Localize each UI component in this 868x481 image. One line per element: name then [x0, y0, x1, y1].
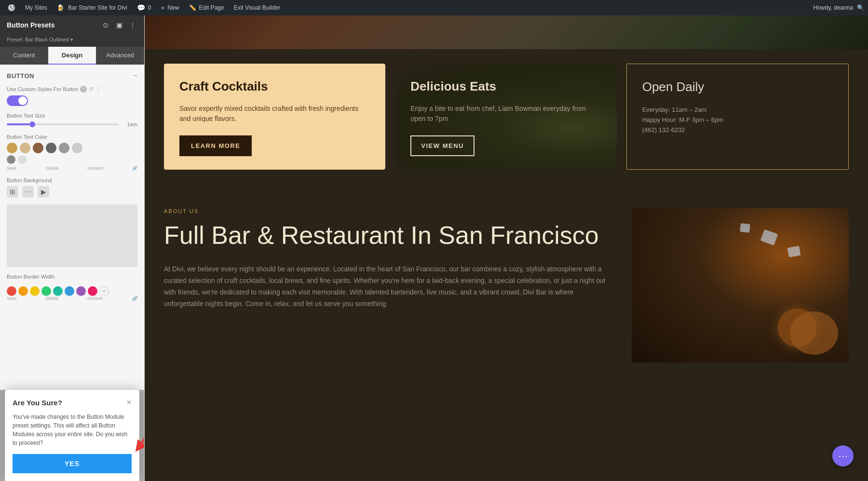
my-sites-item[interactable]: My Sites — [21, 0, 51, 15]
swatch-blue[interactable] — [65, 286, 74, 296]
dialog-box: Are You Sure? × You've made changes to t… — [5, 390, 139, 481]
text-size-value: 1em — [123, 121, 137, 127]
tab-advanced[interactable]: Advanced — [96, 47, 144, 65]
swatch-brown[interactable] — [33, 143, 43, 153]
visibility-icon[interactable]: ⊙ — [101, 20, 110, 30]
global-label: Global — [46, 166, 58, 171]
text-color-labels: Save Global Account 🔗 — [7, 166, 137, 171]
background-icons-row: ⊞ ⋯ ▶ — [7, 186, 137, 198]
tab-content[interactable]: Content — [0, 47, 48, 65]
button-section-header: Button − — [7, 71, 137, 80]
swatch-midgray[interactable] — [7, 155, 15, 164]
text-size-slider-row: 1em — [7, 121, 137, 127]
border-width-label: Button Border Width — [7, 274, 137, 280]
hours-line-1: Everyday: 11am – 2am — [642, 106, 833, 113]
text-size-slider-fill — [7, 123, 29, 125]
edit-page-item[interactable]: ✏️ Edit Page — [185, 0, 228, 15]
fab-button[interactable]: ⋯ — [832, 445, 854, 467]
border-width-field: Button Border Width — [7, 274, 137, 280]
background-field: Button Background ⊞ ⋯ ▶ — [7, 177, 137, 198]
swatch-gold[interactable] — [7, 143, 17, 153]
hours-line-3: (462) 132-6232 — [642, 126, 833, 134]
help-icon[interactable]: ? — [80, 86, 87, 93]
more-icon[interactable]: ⋮ — [128, 20, 137, 30]
admin-bar: My Sites 🍺 Bar Starter Site for Divi 💬 0… — [0, 0, 868, 15]
custom-styles-field: Use Custom Styles For Button ? ↺ ⋮ — [7, 86, 137, 106]
left-panel: Button Presets ⊙ ▣ ⋮ Preset: Bar Black O… — [0, 15, 145, 481]
swatch-save-label: Save — [7, 296, 17, 301]
about-body: At Divi, we believe every night should b… — [164, 264, 612, 309]
text-color-swatches — [7, 143, 137, 153]
swatch-red[interactable] — [7, 286, 16, 296]
learn-more-button[interactable]: LEARN MORE — [179, 135, 252, 156]
swatch-link-icon[interactable]: 🔗 — [132, 296, 137, 301]
top-image-bar — [145, 15, 868, 49]
site-title-item[interactable]: 🍺 Bar Starter Site for Divi — [53, 0, 131, 15]
panel-header: Button Presets ⊙ ▣ ⋮ — [0, 15, 144, 35]
layout-icon[interactable]: ▣ — [114, 20, 124, 30]
reset-icon[interactable]: ↺ — [89, 86, 94, 93]
swatch-gray[interactable] — [59, 143, 69, 153]
new-label: New — [168, 4, 179, 11]
card-eats: Delicious Eats Enjoy a bite to eat from … — [395, 64, 616, 170]
swatch-pink[interactable] — [88, 286, 97, 296]
swatch-verylightgray[interactable] — [18, 155, 27, 164]
swatch-green[interactable] — [41, 286, 51, 296]
admin-bar-right: Howdy, deanna 🔍 — [814, 4, 865, 11]
settings-icon[interactable]: ⋮ — [95, 86, 101, 93]
panel-tabs: Content Design Advanced — [0, 47, 144, 65]
background-label: Button Background — [7, 177, 137, 183]
custom-styles-toggle[interactable] — [7, 95, 28, 106]
dialog-yes-button[interactable]: Yes — [13, 454, 132, 473]
swatch-darkgray[interactable] — [46, 143, 56, 153]
collapse-icon[interactable]: − — [133, 71, 137, 80]
search-icon[interactable]: 🔍 — [857, 4, 864, 11]
swatch-tan[interactable] — [20, 143, 30, 153]
exit-visual-builder-item[interactable]: Exit Visual Builder — [230, 0, 285, 15]
text-color-label: Button Text Color — [7, 134, 137, 140]
about-text: ABOUT US Full Bar & Restaurant In San Fr… — [164, 208, 612, 309]
text-size-slider-handle[interactable] — [29, 121, 35, 127]
swatch-labels-bottom: Save Global Account 🔗 — [7, 296, 137, 301]
save-label: Save — [7, 166, 17, 171]
link-icon[interactable]: 🔗 — [132, 166, 137, 171]
dialog-header: Are You Sure? × — [13, 398, 132, 408]
card-hours: Open Daily Everyday: 11am – 2am Happy Ho… — [626, 64, 849, 170]
gradient-icon[interactable]: ⊞ — [7, 186, 18, 198]
swatch-lightgray[interactable] — [72, 143, 82, 153]
comments-item[interactable]: 💬 0 — [133, 0, 155, 15]
swatch-teal[interactable] — [53, 286, 63, 296]
cards-section: Craft Cocktails Savor expertly mixed coc… — [145, 49, 868, 184]
view-menu-button[interactable]: VIEW MENU — [410, 135, 475, 156]
right-content: Craft Cocktails Savor expertly mixed coc… — [145, 15, 868, 481]
card-eats-title: Delicious Eats — [410, 79, 601, 94]
text-color-field: Button Text Color Save Global — [7, 134, 137, 171]
text-size-field: Button Text Size 1em — [7, 113, 137, 127]
swatch-account-label: Account — [87, 296, 103, 301]
main-layout: Button Presets ⊙ ▣ ⋮ Preset: Bar Black O… — [0, 0, 868, 481]
drink-image — [632, 208, 849, 362]
about-image — [632, 208, 849, 362]
website-preview: Craft Cocktails Savor expertly mixed coc… — [145, 15, 868, 481]
exit-visual-builder-label: Exit Visual Builder — [234, 4, 281, 11]
about-label: ABOUT US — [164, 208, 612, 214]
panel-title: Button Presets — [7, 21, 55, 29]
swatch-purple[interactable] — [76, 286, 86, 296]
wp-logo-item[interactable] — [4, 0, 19, 15]
new-item[interactable]: + New — [157, 0, 183, 15]
swatch-yellow[interactable] — [30, 286, 40, 296]
about-heading: Full Bar & Restaurant In San Francisco — [164, 222, 612, 249]
video-icon[interactable]: ▶ — [38, 186, 49, 198]
swatch-edit[interactable]: ✏ — [99, 286, 109, 296]
pattern-icon[interactable]: ⋯ — [22, 186, 34, 198]
color-swatches-full: ✏ — [7, 286, 137, 296]
text-size-label: Button Text Size — [7, 113, 137, 119]
tab-design[interactable]: Design — [48, 47, 96, 65]
swatch-orange[interactable] — [18, 286, 28, 296]
panel-header-icons: ⊙ ▣ ⋮ — [101, 20, 137, 30]
card-eats-text: Enjoy a bite to eat from chef, Liam Bowm… — [410, 104, 601, 124]
panel-preset[interactable]: Preset: Bar Black Outlined ▾ — [0, 35, 144, 47]
text-size-slider[interactable] — [7, 123, 119, 125]
dialog-close-button[interactable]: × — [126, 398, 132, 408]
card-food-content: Delicious Eats Enjoy a bite to eat from … — [410, 79, 601, 156]
